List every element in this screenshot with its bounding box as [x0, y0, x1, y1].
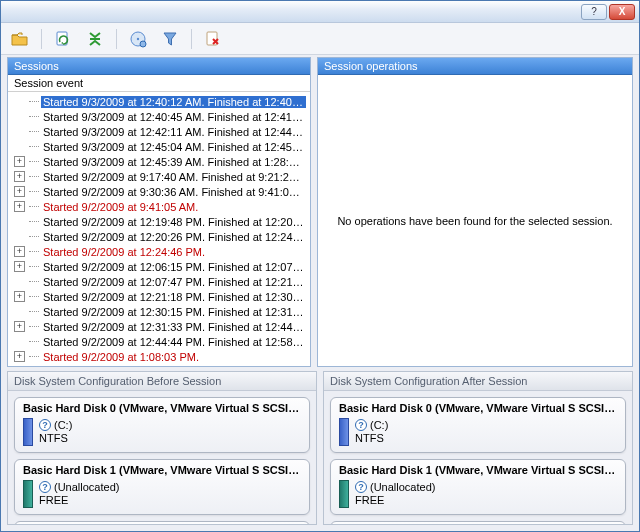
tree-connector	[29, 221, 39, 222]
tree-connector	[29, 281, 39, 282]
close-button[interactable]: X	[609, 4, 635, 20]
config-before-body: Basic Hard Disk 0 (VMware, VMware Virtua…	[8, 391, 316, 524]
tree-connector	[29, 236, 39, 237]
session-row-label: Started 9/3/2009 at 12:40:12 AM. Finishe…	[41, 96, 306, 108]
partition-bar	[23, 418, 33, 446]
help-button[interactable]: ?	[581, 4, 607, 20]
app-window: ? X Sessions Session event S	[0, 0, 640, 532]
session-row[interactable]: +Started 9/2/2009 at 12:31:33 PM. Finish…	[8, 319, 310, 334]
partition-text: ?(Unallocated)FREE	[39, 481, 119, 507]
session-row-label: Started 9/2/2009 at 12:19:48 PM. Finishe…	[41, 216, 306, 228]
partition-row: ?(Unallocated)FREE	[23, 478, 301, 508]
disk-card[interactable]: Basic Hard Disk 1 (VMware, VMware Virtua…	[14, 459, 310, 515]
session-row[interactable]: +Started 9/2/2009 at 9:30:36 AM. Finishe…	[8, 184, 310, 199]
config-before-panel: Disk System Configuration Before Session…	[7, 371, 317, 525]
session-row[interactable]: Started 9/2/2009 at 12:30:15 PM. Finishe…	[8, 304, 310, 319]
session-row-label: Started 9/2/2009 at 1:08:03 PM.	[41, 351, 306, 363]
session-row[interactable]: +Started 9/2/2009 at 12:21:18 PM. Finish…	[8, 289, 310, 304]
tree-connector	[29, 191, 39, 192]
session-row[interactable]: +Started 9/2/2009 at 9:17:40 AM. Finishe…	[8, 169, 310, 184]
info-icon[interactable]: ?	[39, 419, 51, 431]
tree-connector	[29, 146, 39, 147]
sessions-header: Sessions	[8, 58, 310, 75]
partition-text: ?(C:)NTFS	[39, 419, 72, 445]
expander-icon[interactable]: +	[14, 351, 25, 362]
disk-card[interactable]: Basic Hard Disk 2 (VMware, VMware Virtua…	[14, 521, 310, 524]
upper-row: Sessions Session event Started 9/3/2009 …	[7, 57, 633, 367]
session-row-label: Started 9/2/2009 at 9:17:40 AM. Finished…	[41, 171, 306, 183]
session-row[interactable]: +Started 9/2/2009 at 12:06:15 PM. Finish…	[8, 259, 310, 274]
tree-connector	[29, 176, 39, 177]
open-folder-icon[interactable]	[9, 28, 31, 50]
info-icon[interactable]: ?	[355, 419, 367, 431]
partition-row: ?(C:)NTFS	[339, 416, 617, 446]
expander-icon	[14, 231, 25, 242]
session-row[interactable]: +Started 9/2/2009 at 12:24:46 PM.	[8, 244, 310, 259]
partition-bar	[339, 480, 349, 508]
tree-connector	[29, 206, 39, 207]
tree-connector	[29, 116, 39, 117]
partition-label: (Unallocated)	[370, 481, 435, 494]
expander-icon	[14, 126, 25, 137]
partition-fs: NTFS	[39, 432, 72, 445]
sessions-panel: Sessions Session event Started 9/3/2009 …	[7, 57, 311, 367]
partition-label: (Unallocated)	[54, 481, 119, 494]
session-tree[interactable]: Started 9/3/2009 at 12:40:12 AM. Finishe…	[8, 92, 310, 366]
expander-icon	[14, 96, 25, 107]
session-row-label: Started 9/3/2009 at 12:42:11 AM. Finishe…	[41, 126, 306, 138]
toolbar-separator	[191, 29, 192, 49]
session-row-label: Started 9/3/2009 at 12:45:04 AM. Finishe…	[41, 141, 306, 153]
filter-icon[interactable]	[159, 28, 181, 50]
disk-title: Basic Hard Disk 0 (VMware, VMware Virtua…	[339, 402, 617, 416]
expander-icon[interactable]: +	[14, 261, 25, 272]
session-row[interactable]: Started 9/2/2009 at 12:19:48 PM. Finishe…	[8, 214, 310, 229]
disk-card[interactable]: Basic Hard Disk 2 (VMware, VMware Virtua…	[330, 521, 626, 524]
session-row-label: Started 9/2/2009 at 9:30:36 AM. Finished…	[41, 186, 306, 198]
expander-icon[interactable]: +	[14, 201, 25, 212]
disk-view-icon[interactable]	[127, 28, 149, 50]
session-row[interactable]: +Started 9/2/2009 at 9:41:05 AM.	[8, 199, 310, 214]
session-row[interactable]: Started 9/2/2009 at 12:07:47 PM. Finishe…	[8, 274, 310, 289]
session-row-label: Started 9/2/2009 at 12:07:47 PM. Finishe…	[41, 276, 306, 288]
svg-rect-5	[207, 32, 217, 45]
operations-panel: Session operations No operations have be…	[317, 57, 633, 367]
session-row[interactable]: Started 9/2/2009 at 12:44:44 PM. Finishe…	[8, 334, 310, 349]
session-row[interactable]: Started 9/3/2009 at 12:45:04 AM. Finishe…	[8, 139, 310, 154]
info-icon[interactable]: ?	[39, 481, 51, 493]
delete-document-icon[interactable]	[202, 28, 224, 50]
expander-icon[interactable]: +	[14, 321, 25, 332]
partition-label: (C:)	[370, 419, 388, 432]
partition-row: ?(C:)NTFS	[23, 416, 301, 446]
tree-connector	[29, 101, 39, 102]
svg-rect-1	[90, 38, 100, 40]
session-row[interactable]: +Started 9/2/2009 at 1:08:03 PM.	[8, 349, 310, 364]
document-refresh-icon[interactable]	[52, 28, 74, 50]
expander-icon[interactable]: +	[14, 291, 25, 302]
expander-icon[interactable]: +	[14, 171, 25, 182]
disk-card[interactable]: Basic Hard Disk 1 (VMware, VMware Virtua…	[330, 459, 626, 515]
tree-connector	[29, 131, 39, 132]
tree-connector	[29, 251, 39, 252]
session-row[interactable]: Started 9/3/2009 at 12:40:45 AM. Finishe…	[8, 109, 310, 124]
svg-point-4	[140, 41, 146, 47]
disk-card[interactable]: Basic Hard Disk 0 (VMware, VMware Virtua…	[14, 397, 310, 453]
expander-icon	[14, 336, 25, 347]
expander-icon[interactable]: +	[14, 246, 25, 257]
disk-card[interactable]: Basic Hard Disk 0 (VMware, VMware Virtua…	[330, 397, 626, 453]
partition-bar	[339, 418, 349, 446]
tree-connector	[29, 161, 39, 162]
toolbar-separator	[116, 29, 117, 49]
info-icon[interactable]: ?	[355, 481, 367, 493]
tree-connector	[29, 341, 39, 342]
session-row[interactable]: Started 9/3/2009 at 12:40:12 AM. Finishe…	[8, 94, 310, 109]
collapse-icon[interactable]	[84, 28, 106, 50]
expander-icon[interactable]: +	[14, 186, 25, 197]
disk-title: Basic Hard Disk 1 (VMware, VMware Virtua…	[339, 464, 617, 478]
session-row[interactable]: +Started 9/3/2009 at 12:45:39 AM. Finish…	[8, 154, 310, 169]
expander-icon[interactable]: +	[14, 156, 25, 167]
titlebar: ? X	[1, 1, 639, 23]
lower-row: Disk System Configuration Before Session…	[7, 371, 633, 525]
tree-connector	[29, 356, 39, 357]
session-row[interactable]: Started 9/2/2009 at 12:20:26 PM. Finishe…	[8, 229, 310, 244]
session-row[interactable]: Started 9/3/2009 at 12:42:11 AM. Finishe…	[8, 124, 310, 139]
